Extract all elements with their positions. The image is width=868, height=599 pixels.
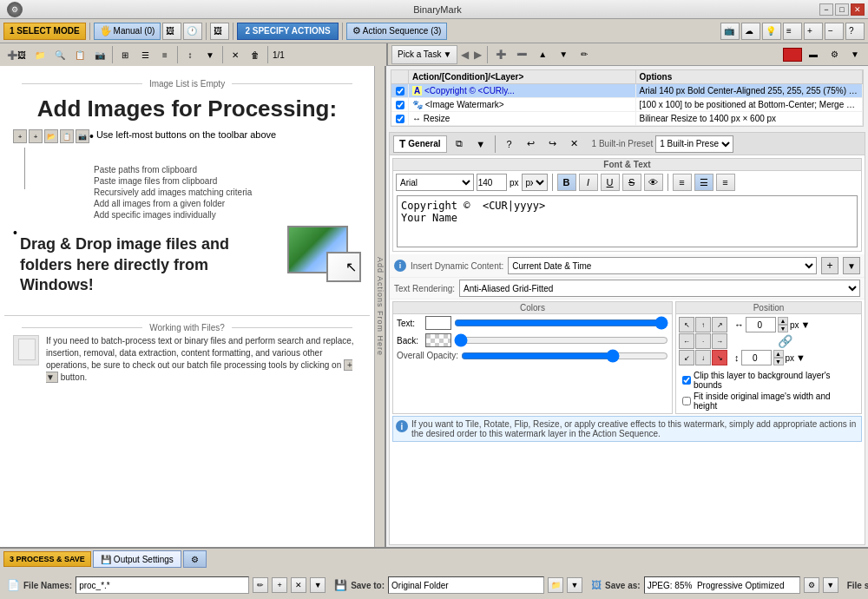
right-options-btn[interactable]: ⚙ (825, 45, 844, 64)
output-settings-tab[interactable]: 💾 Output Settings (93, 550, 181, 568)
x-options-btn[interactable]: ▼ (801, 319, 811, 330)
bulb-btn[interactable]: 💡 (762, 23, 781, 40)
row3-check[interactable] (391, 112, 409, 125)
row2-checkbox[interactable] (396, 101, 404, 109)
add-recursive-btn[interactable]: 🔍 (50, 45, 69, 64)
save-as-dropdown-btn[interactable]: ▼ (823, 577, 838, 593)
dynamic-content-select[interactable]: Current Date & Time (508, 257, 817, 274)
view-details-btn[interactable]: ≡ (155, 45, 174, 64)
x-down-btn[interactable]: ▼ (778, 325, 788, 332)
file-names-add-btn[interactable]: + (272, 577, 287, 593)
align-center-btn[interactable]: ☰ (694, 174, 713, 191)
monitor-btn[interactable]: 📺 (720, 23, 740, 40)
right-down-btn[interactable]: ▼ (554, 45, 573, 64)
pos-mc[interactable]: · (695, 333, 711, 349)
back-color-swatch[interactable] (425, 333, 451, 347)
save-as-input[interactable] (644, 576, 800, 594)
remove-btn[interactable]: ✕ (226, 45, 245, 64)
filter-btn2[interactable]: ▼ (471, 135, 490, 153)
pos-br[interactable]: ↘ (712, 350, 727, 365)
action-row-2[interactable]: 🐾 <Image Watermark> [100 x 100] to be po… (391, 98, 863, 112)
step3-button[interactable]: 3 PROCESS & SAVE (3, 551, 91, 567)
nav-fwd-btn[interactable]: ▶ (472, 48, 483, 62)
pick-task-button[interactable]: Pick a Task ▼ (391, 45, 457, 64)
row3-checkbox[interactable] (396, 115, 404, 123)
pos-bl[interactable]: ↙ (679, 350, 694, 365)
paste-img-btn[interactable]: 📷 (90, 45, 109, 64)
add-dynamic-btn[interactable]: + (821, 257, 838, 274)
right-add-btn[interactable]: ➕ (491, 45, 510, 64)
copy-btn[interactable]: ⧉ (450, 135, 469, 153)
toolbar-image-btn[interactable]: 🖼 (210, 23, 229, 40)
x-up-btn[interactable]: ▲ (778, 317, 788, 325)
step1-button[interactable]: 1 SELECT MODE (3, 23, 86, 40)
right-more-btn[interactable]: ▼ (845, 45, 865, 64)
list-btn[interactable]: ≡ (783, 23, 802, 40)
right-up-btn[interactable]: ▲ (533, 45, 552, 64)
preset-select[interactable]: 1 Built-in Preset (655, 135, 733, 153)
file-names-edit-btn[interactable]: ✏ (253, 577, 268, 593)
toolbar-extra-btn2[interactable]: 🕐 (183, 23, 202, 40)
clip-bounds-checkbox[interactable] (682, 376, 691, 385)
minimize-button[interactable]: − (819, 3, 833, 16)
align-left-btn[interactable]: ≡ (673, 174, 692, 191)
question-btn[interactable]: ? (845, 23, 865, 40)
y-up-btn[interactable]: ▲ (773, 350, 784, 358)
x-coord-input[interactable] (746, 317, 776, 332)
add-files-btn[interactable]: ➕🖼 (3, 45, 30, 64)
manual-button[interactable]: 🖐 Manual (0) (94, 23, 161, 40)
clear-btn[interactable]: 🗑 (246, 45, 265, 64)
text-rendering-select[interactable]: Anti-Aliased Grid-Fitted (459, 280, 860, 297)
back-color-slider[interactable] (454, 337, 668, 344)
nav-back-btn[interactable]: ◀ (459, 48, 470, 62)
minus-btn[interactable]: − (825, 23, 844, 40)
bold-btn[interactable]: B (557, 174, 576, 191)
add-folder-btn[interactable]: 📁 (30, 45, 49, 64)
row1-check[interactable] (391, 84, 409, 97)
right-remove-btn[interactable]: ➖ (512, 45, 531, 64)
pos-tr[interactable]: ↗ (712, 317, 727, 332)
save-to-input[interactable] (388, 576, 544, 594)
panel-resize-handle[interactable]: Add Actions From Here (374, 66, 385, 547)
close-button[interactable]: ✕ (851, 3, 865, 16)
underline-btn[interactable]: U (601, 174, 620, 191)
opacity-slider[interactable] (461, 352, 668, 359)
file-names-dropdown-btn[interactable]: ▼ (310, 577, 326, 593)
sort-btn[interactable]: ↕ (181, 45, 200, 64)
redo-btn[interactable]: ↪ (543, 135, 562, 153)
action-row-1[interactable]: A <Copyright © <CURly... Arial 140 px Bo… (391, 84, 863, 98)
row2-check[interactable] (391, 98, 409, 111)
paste-path-btn[interactable]: 📋 (70, 45, 89, 64)
save-to-dropdown-btn[interactable]: ▼ (567, 577, 582, 593)
save-as-settings-btn[interactable]: ⚙ (804, 577, 819, 593)
view-grid-btn[interactable]: ⊞ (115, 45, 135, 64)
y-options-btn[interactable]: ▼ (796, 352, 806, 363)
font-name-select[interactable]: Arial (396, 174, 474, 191)
right-bar-btn[interactable]: ▬ (804, 45, 823, 64)
text-content-area[interactable]: Copyright © <CUR|yyyy> Your Name (397, 195, 858, 247)
text-color-slider[interactable] (454, 319, 668, 326)
filter-btn[interactable]: ▼ (201, 45, 220, 64)
pos-mr[interactable]: → (712, 333, 727, 349)
y-coord-input[interactable] (741, 350, 772, 365)
help-btn[interactable]: ? (500, 135, 519, 153)
fit-inside-checkbox[interactable] (682, 397, 691, 405)
y-down-btn[interactable]: ▼ (773, 358, 784, 365)
file-names-remove-btn[interactable]: ✕ (291, 577, 306, 593)
view-list-btn[interactable]: ☰ (135, 45, 155, 64)
italic-btn[interactable]: I (579, 174, 598, 191)
step2-button[interactable]: 2 SPECIFY ACTIONS (237, 23, 338, 40)
plus-btn[interactable]: + (804, 23, 823, 40)
eye-btn[interactable]: 👁 (644, 174, 663, 191)
toolbar-extra-btn1[interactable]: 🖼 (162, 23, 181, 40)
dynamic-dropdown-btn[interactable]: ▼ (843, 257, 860, 274)
pos-ml[interactable]: ← (679, 333, 694, 349)
right-edit-btn[interactable]: ✏ (575, 45, 594, 64)
text-color-swatch[interactable] (425, 316, 451, 330)
row1-checkbox[interactable] (396, 87, 404, 95)
right-color-btn[interactable] (783, 48, 802, 62)
undo-btn[interactable]: ↩ (522, 135, 541, 153)
pos-tc[interactable]: ↑ (695, 317, 711, 332)
settings-gear-tab[interactable]: ⚙ (183, 550, 207, 568)
pos-bc[interactable]: ↓ (695, 350, 711, 365)
